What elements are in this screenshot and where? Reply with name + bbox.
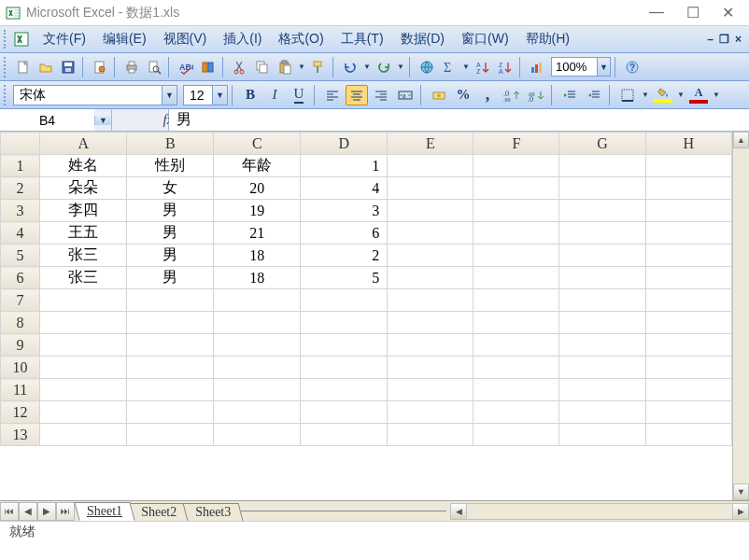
zoom-dropdown[interactable]: ▼ xyxy=(597,58,610,76)
cell[interactable]: 19 xyxy=(214,200,301,222)
tab-nav-prev[interactable]: ◀ xyxy=(19,502,37,521)
mdi-restore-button[interactable]: ❐ xyxy=(719,33,729,46)
cell[interactable] xyxy=(559,379,645,401)
redo-button[interactable] xyxy=(374,57,394,77)
toolbar-handle[interactable] xyxy=(4,30,9,49)
decrease-indent-button[interactable] xyxy=(558,85,581,105)
mdi-close-button[interactable]: × xyxy=(735,33,742,46)
cell[interactable] xyxy=(214,424,301,446)
undo-button[interactable] xyxy=(340,57,360,77)
cell[interactable]: 年龄 xyxy=(214,155,301,177)
cell[interactable] xyxy=(40,289,127,312)
open-button[interactable] xyxy=(35,57,56,77)
cell[interactable] xyxy=(301,401,388,424)
row-header[interactable]: 3 xyxy=(1,200,40,222)
row-header[interactable]: 12 xyxy=(1,401,40,424)
cell[interactable]: 王五 xyxy=(40,222,127,245)
mdi-minimize-button[interactable]: – xyxy=(707,33,714,46)
column-header[interactable]: H xyxy=(645,133,731,155)
row-header[interactable]: 13 xyxy=(1,424,40,446)
cell[interactable] xyxy=(473,379,559,401)
row-header[interactable]: 9 xyxy=(1,334,40,357)
cell[interactable] xyxy=(388,267,473,289)
cell[interactable]: 性别 xyxy=(127,155,214,177)
cell[interactable]: 21 xyxy=(214,222,301,245)
sheet-tab[interactable]: Sheet2 xyxy=(129,503,190,521)
cell[interactable] xyxy=(559,289,645,312)
name-box-value[interactable]: B4 xyxy=(0,109,94,131)
cell[interactable] xyxy=(645,401,731,424)
row-header[interactable]: 1 xyxy=(1,155,40,177)
column-header[interactable]: F xyxy=(473,133,559,155)
menu-format[interactable]: 格式(O) xyxy=(271,28,331,50)
cell[interactable]: 1 xyxy=(301,155,388,177)
paste-dropdown[interactable]: ▼ xyxy=(297,63,306,71)
cell[interactable] xyxy=(645,155,731,177)
italic-button[interactable]: I xyxy=(263,85,286,105)
cell[interactable] xyxy=(473,155,559,177)
save-button[interactable] xyxy=(58,57,78,77)
cell[interactable] xyxy=(301,312,388,334)
cell[interactable] xyxy=(645,289,731,312)
cell[interactable]: 3 xyxy=(301,200,388,222)
cell[interactable]: 姓名 xyxy=(40,155,127,177)
cell[interactable] xyxy=(559,401,645,424)
cell[interactable] xyxy=(388,155,473,177)
fx-button[interactable]: fx xyxy=(112,109,169,131)
cell[interactable]: 朵朵 xyxy=(40,177,127,200)
increase-indent-button[interactable] xyxy=(583,85,605,105)
maximize-button[interactable]: ☐ xyxy=(686,4,700,21)
cell[interactable] xyxy=(127,357,214,379)
increase-decimal-button[interactable]: .0.00 xyxy=(501,85,523,105)
tab-nav-next[interactable]: ▶ xyxy=(37,502,56,521)
font-size-dropdown[interactable]: ▼ xyxy=(212,86,227,105)
cell[interactable] xyxy=(40,312,127,334)
fill-color-button[interactable] xyxy=(652,85,674,105)
cell[interactable] xyxy=(388,177,473,200)
column-header[interactable]: C xyxy=(214,133,301,155)
decrease-decimal-button[interactable]: .00.0 xyxy=(525,85,547,105)
bold-button[interactable]: B xyxy=(239,85,261,105)
cell[interactable] xyxy=(559,312,645,334)
column-header[interactable]: B xyxy=(127,133,214,155)
hyperlink-button[interactable] xyxy=(417,57,437,77)
fill-color-dropdown[interactable]: ▼ xyxy=(676,91,685,99)
horizontal-scrollbar[interactable]: ◀ ▶ xyxy=(450,503,749,520)
cell[interactable] xyxy=(40,424,127,446)
name-box[interactable]: B4 ▼ xyxy=(0,109,112,131)
scroll-left-button[interactable]: ◀ xyxy=(450,503,467,520)
column-header[interactable]: G xyxy=(559,133,645,155)
cell[interactable] xyxy=(473,289,559,312)
cell[interactable] xyxy=(388,289,473,312)
cell[interactable] xyxy=(388,334,473,357)
menu-view[interactable]: 视图(V) xyxy=(156,28,215,50)
cell[interactable] xyxy=(645,200,731,222)
cell[interactable] xyxy=(645,267,731,289)
cell[interactable]: 男 xyxy=(127,245,214,267)
menu-edit[interactable]: 编辑(E) xyxy=(95,28,154,50)
vertical-scrollbar[interactable]: ▲ ▼ xyxy=(732,132,749,500)
merge-center-button[interactable]: a xyxy=(394,85,417,105)
autosum-dropdown[interactable]: ▼ xyxy=(461,63,471,71)
column-header[interactable]: E xyxy=(388,133,473,155)
cell[interactable] xyxy=(127,334,214,357)
new-button[interactable] xyxy=(13,57,34,77)
zoom-combo[interactable]: ▼ xyxy=(551,57,611,77)
close-button[interactable]: ✕ xyxy=(722,4,734,21)
cell[interactable] xyxy=(645,424,731,446)
cell[interactable]: 张三 xyxy=(40,267,127,289)
cell[interactable] xyxy=(645,245,731,267)
cell[interactable] xyxy=(40,334,127,357)
cell[interactable] xyxy=(645,379,731,401)
sheet-tab[interactable]: Sheet1 xyxy=(74,502,134,521)
cell[interactable] xyxy=(40,357,127,379)
cell[interactable] xyxy=(127,401,214,424)
scroll-down-button[interactable]: ▼ xyxy=(733,483,749,500)
cell[interactable] xyxy=(473,245,559,267)
cell[interactable] xyxy=(473,200,559,222)
cell[interactable] xyxy=(40,379,127,401)
scroll-right-button[interactable]: ▶ xyxy=(732,503,749,520)
print-preview-button[interactable] xyxy=(144,57,164,77)
row-header[interactable]: 7 xyxy=(1,289,40,312)
font-color-button[interactable]: A xyxy=(687,85,710,105)
